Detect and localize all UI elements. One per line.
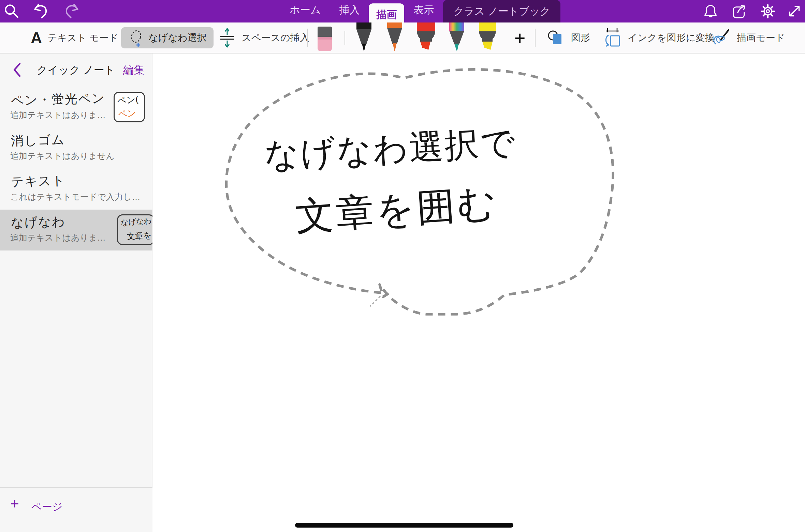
tab-insert[interactable]: 挿入	[330, 3, 369, 22]
add-page-button[interactable]: + ページ	[0, 487, 152, 532]
home-indicator[interactable]	[295, 523, 513, 528]
pen-divider	[345, 31, 345, 45]
draw-toolbar: A テキスト モード なげなわ選択 スペースの挿入	[0, 22, 805, 54]
red-highlighter-tool[interactable]	[415, 22, 437, 52]
rainbow-pen-tool[interactable]	[447, 22, 467, 52]
tab-home[interactable]: ホーム	[280, 3, 330, 22]
tab-draw[interactable]: 描画	[369, 3, 404, 22]
shapes-label: 図形	[571, 31, 590, 44]
insert-space-button[interactable]: スペースの挿入	[218, 22, 309, 53]
shapes-button[interactable]: 図形	[547, 22, 590, 53]
text-mode-icon: A	[31, 29, 42, 47]
page-thumbnail: なげなわ 文章を	[117, 214, 152, 245]
page-row-pen-highlighter[interactable]: ペン・蛍光ペン 追加テキストはありま… ペン( ペン	[0, 87, 152, 128]
fullscreen-expand-icon[interactable]	[787, 3, 802, 19]
page-row-lasso-selected[interactable]: なげなわ 追加テキストはありま… なげなわ 文章を	[0, 210, 152, 250]
add-page-label: ページ	[31, 500, 62, 514]
notifications-bell-icon[interactable]	[703, 3, 718, 19]
text-mode-label: テキスト モード	[47, 31, 118, 44]
add-pen-button[interactable]: +	[510, 27, 529, 48]
shapes-icon	[547, 29, 566, 47]
page-row-text[interactable]: テキスト これはテキストモードで入力し…	[0, 169, 152, 210]
insert-space-label: スペースの挿入	[241, 31, 309, 44]
draw-mode-button[interactable]: 描画モード	[712, 22, 785, 53]
ink-to-shape-button[interactable]: インクを図形に変換	[603, 22, 715, 53]
toolbar-divider	[307, 29, 308, 47]
thumb-ink-text: ペン(	[117, 93, 139, 107]
yellow-highlighter-tool[interactable]	[477, 22, 498, 52]
page-list-sidebar: クイック ノート 編集 ペン・蛍光ペン 追加テキストはありま… ペン( ペン 消…	[0, 54, 152, 532]
tab-class-notebook[interactable]: クラス ノートブック	[443, 0, 560, 22]
page-subtitle: 追加テキストはありま…	[10, 232, 106, 243]
page-row-eraser[interactable]: 消しゴム 追加テキストはありません	[0, 128, 152, 169]
thumb-ink-text: なげなわ	[120, 216, 152, 228]
page-thumbnail: ペン( ペン	[114, 92, 145, 122]
page-title: 消しゴム	[11, 131, 65, 150]
lasso-select-button[interactable]: なげなわ選択	[121, 27, 214, 48]
sidebar-header: クイック ノート 編集	[0, 54, 152, 86]
redo-icon[interactable]	[63, 2, 80, 20]
ink-to-shape-label: インクを図形に変換	[628, 31, 715, 44]
page-subtitle: 追加テキストはありません	[10, 150, 115, 162]
search-icon[interactable]	[3, 2, 20, 20]
lasso-select-label: なげなわ選択	[148, 31, 207, 44]
black-pen-tool[interactable]	[354, 22, 374, 52]
note-canvas[interactable]: なげなわ選択で 文章を囲む	[153, 54, 805, 532]
ribbon-tabs: ホーム 挿入 描画 表示 クラス ノートブック	[280, 0, 560, 22]
draw-mode-label: 描画モード	[737, 31, 785, 44]
ink-to-shape-icon	[603, 28, 622, 48]
edit-button[interactable]: 編集	[123, 63, 144, 77]
undo-icon[interactable]	[32, 2, 50, 20]
draw-mode-icon	[712, 28, 731, 48]
toolbar-divider-2	[535, 29, 536, 47]
settings-gear-icon[interactable]	[760, 3, 776, 19]
plus-icon: +	[10, 495, 19, 512]
thumb-ink-text: 文章を	[127, 230, 152, 242]
tab-view[interactable]: 表示	[404, 3, 443, 22]
page-title: ペン・蛍光ペン	[11, 90, 105, 109]
page-title: テキスト	[11, 172, 65, 191]
share-icon[interactable]	[731, 3, 747, 19]
page-title: なげなわ	[11, 213, 65, 231]
eraser-tool[interactable]	[316, 22, 334, 52]
page-subtitle: 追加テキストはありま…	[10, 109, 106, 121]
onenote-app: ホーム 挿入 描画 表示 クラス ノートブック	[0, 0, 805, 532]
thumb-ink-text: ペン	[118, 107, 136, 120]
page-subtitle: これはテキストモードで入力し…	[10, 191, 140, 202]
text-mode-button[interactable]: A テキスト モード	[31, 22, 118, 53]
title-bar: ホーム 挿入 描画 表示 クラス ノートブック	[0, 0, 805, 22]
orange-pen-tool[interactable]	[385, 22, 405, 52]
lasso-icon	[128, 29, 145, 47]
insert-space-icon	[218, 28, 236, 48]
